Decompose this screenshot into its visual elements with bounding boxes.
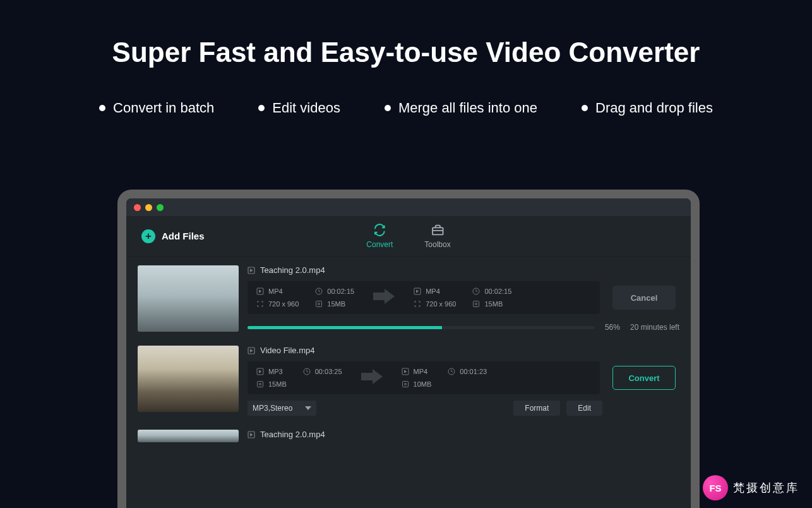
file-name: Teaching 2.0.mp4 <box>260 430 325 439</box>
clock-icon <box>315 287 323 295</box>
svg-point-18 <box>404 384 406 385</box>
file-name-row: Teaching 2.0.mp4 <box>248 265 679 275</box>
clock-icon <box>472 287 480 295</box>
spec-size: 15MB <box>327 300 345 308</box>
feature-item: Merge all files into one <box>385 100 537 116</box>
tabs: Convert Toolbox <box>366 223 450 249</box>
tab-convert-label: Convert <box>366 240 393 249</box>
edit-button[interactable]: Edit <box>566 401 602 416</box>
video-file-icon <box>248 431 255 438</box>
disk-icon <box>315 300 323 308</box>
features-list: Convert in batch Edit videos Merge all f… <box>0 100 812 116</box>
clock-icon <box>448 368 455 375</box>
file-name-row: Teaching 2.0.mp4 <box>248 430 679 439</box>
format-icon <box>414 287 421 295</box>
spec-format: MP3 <box>268 368 283 375</box>
file-row: Video File.mp4 MP3 00:03:25 15MB <box>138 346 679 416</box>
app-window: + Add Files Convert Toolbox <box>126 198 691 508</box>
svg-rect-8 <box>474 301 479 307</box>
format-icon <box>402 368 409 375</box>
tab-convert[interactable]: Convert <box>366 223 393 249</box>
file-list: Teaching 2.0.mp4 MP4 00:02:15 720 x 960 … <box>126 257 691 445</box>
format-button[interactable]: Format <box>513 401 560 416</box>
resolution-icon <box>256 300 264 308</box>
spec-size: 15MB <box>268 380 287 388</box>
disk-icon <box>472 300 480 308</box>
file-name-row: Video File.mp4 <box>248 346 679 355</box>
spec-format: MP4 <box>414 368 428 375</box>
spec-duration: 00:02:15 <box>484 287 511 295</box>
add-files-label: Add Files <box>162 231 205 241</box>
progress-row: 56% 20 minutes left <box>248 323 679 332</box>
spec-resolution: 720 x 960 <box>268 300 299 308</box>
file-row: Teaching 2.0.mp4 MP4 00:02:15 720 x 960 … <box>138 265 679 332</box>
spec-duration: 00:03:25 <box>315 368 342 375</box>
arrow-right-icon <box>373 287 395 308</box>
format-icon <box>256 368 264 375</box>
close-window-button[interactable] <box>134 204 141 211</box>
feature-item: Edit videos <box>258 100 340 116</box>
spec-size: 10MB <box>414 380 432 388</box>
specs-card: MP3 00:03:25 15MB MP4 00:01:23 10MB <box>248 361 600 394</box>
feature-item: Drag and drop files <box>582 100 713 116</box>
svg-rect-4 <box>316 301 322 307</box>
feature-label: Edit videos <box>272 100 340 116</box>
svg-point-9 <box>475 303 477 305</box>
feature-label: Merge all files into one <box>398 100 537 116</box>
watermark-badge: FS <box>703 475 728 500</box>
feature-label: Convert in batch <box>113 100 214 116</box>
minimize-window-button[interactable] <box>145 204 152 211</box>
spec-size: 15MB <box>484 300 503 308</box>
laptop-frame: + Add Files Convert Toolbox <box>117 190 700 508</box>
watermark: FS 梵摄创意库 <box>703 475 799 500</box>
spec-resolution: 720 x 960 <box>426 300 456 308</box>
format-icon <box>256 287 264 295</box>
svg-point-14 <box>260 384 261 385</box>
chevron-down-icon <box>305 406 311 410</box>
svg-rect-17 <box>402 382 408 387</box>
convert-icon <box>373 223 386 237</box>
hero-title: Super Fast and Easy-to-use Video Convert… <box>0 0 812 68</box>
video-file-icon <box>248 347 255 354</box>
feature-item: Convert in batch <box>99 100 214 116</box>
svg-point-5 <box>318 303 320 305</box>
dropdown-value: MP3,Stereo <box>253 404 292 413</box>
file-name: Teaching 2.0.mp4 <box>260 265 325 275</box>
resolution-icon <box>414 300 421 308</box>
spec-format: MP4 <box>426 287 440 295</box>
progress-eta: 20 minutes left <box>630 323 679 332</box>
toolbar: + Add Files Convert Toolbox <box>126 216 691 257</box>
video-thumbnail[interactable] <box>138 265 239 332</box>
disk-icon <box>256 380 264 388</box>
tab-toolbox-label: Toolbox <box>424 240 450 249</box>
progress-percent: 56% <box>605 323 620 332</box>
file-name: Video File.mp4 <box>260 346 314 355</box>
watermark-text: 梵摄创意库 <box>733 480 799 495</box>
add-files-button[interactable]: + Add Files <box>141 229 205 243</box>
spec-duration: 00:01:23 <box>460 368 487 375</box>
video-file-icon <box>248 267 255 274</box>
clock-icon <box>303 368 311 375</box>
svg-rect-13 <box>258 382 263 387</box>
svg-rect-0 <box>433 227 443 234</box>
convert-button[interactable]: Convert <box>612 366 676 390</box>
disk-icon <box>402 380 409 388</box>
file-row: Teaching 2.0.mp4 <box>138 430 679 445</box>
spec-format: MP4 <box>268 287 283 295</box>
arrow-right-icon <box>361 368 383 388</box>
tab-toolbox[interactable]: Toolbox <box>424 223 450 249</box>
feature-label: Drag and drop files <box>595 100 713 116</box>
maximize-window-button[interactable] <box>157 204 164 211</box>
plus-icon: + <box>141 229 155 243</box>
specs-card: MP4 00:02:15 720 x 960 15MB MP4 00:02:15… <box>248 281 600 314</box>
spec-duration: 00:02:15 <box>327 287 354 295</box>
audio-format-dropdown[interactable]: MP3,Stereo <box>248 401 316 416</box>
video-thumbnail[interactable] <box>138 346 239 412</box>
toolbox-icon <box>431 223 445 237</box>
progress-bar <box>248 326 595 329</box>
window-titlebar <box>126 198 691 216</box>
video-thumbnail[interactable] <box>138 430 239 442</box>
cancel-button[interactable]: Cancel <box>612 286 676 310</box>
